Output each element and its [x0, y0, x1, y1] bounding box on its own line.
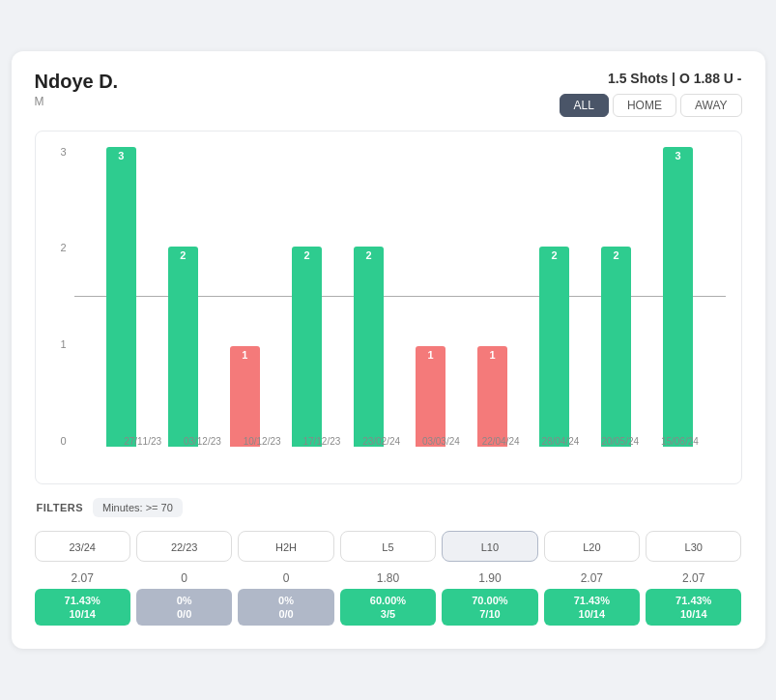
header-right: 1.5 Shots | O 1.88 U - ALL HOME AWAY — [560, 71, 742, 117]
stat-value-l10: 1.90 — [442, 571, 537, 585]
x-label-10/12/23: 10/12/23 — [244, 436, 281, 447]
tab-label-h2h: H2H — [275, 541, 297, 553]
bar-label-10/12/23: 1 — [242, 346, 247, 361]
filter-home-button[interactable]: HOME — [613, 94, 676, 117]
bar-label-27/11/23: 3 — [118, 147, 124, 161]
card-header: Ndoye D. M 1.5 Shots | O 1.88 U - ALL HO… — [35, 71, 742, 117]
stat-value-l20: 2.07 — [544, 571, 640, 585]
x-label-27/11/23: 27/11/23 — [124, 436, 161, 447]
tab-2223[interactable]: 22/23 — [136, 531, 232, 562]
bar-27/11/23: 3 — [106, 147, 135, 447]
filter-tag-minutes: Minutes: >= 70 — [93, 498, 183, 517]
tab-l5[interactable]: L5 — [340, 531, 436, 562]
stat-line: 1.5 Shots | O 1.88 U - — [608, 71, 742, 86]
bars-area: 3212211223 27/11/2303/12/2310/12/2317/12… — [74, 147, 726, 447]
x-label-23/02/24: 23/02/24 — [362, 436, 400, 447]
y-label-1: 1 — [60, 339, 66, 350]
stat-badge-2324: 71.43% 10/14 — [35, 589, 130, 627]
stat-cell-l5: 1.8060.00% 3/5 — [340, 571, 436, 627]
filters-label: FILTERS — [37, 502, 84, 513]
tab-label-l10: L10 — [481, 541, 499, 553]
x-labels: 27/11/2303/12/2310/12/2317/12/2323/02/24… — [98, 418, 726, 447]
tab-label-l20: L20 — [583, 541, 600, 553]
tab-label-l5: L5 — [382, 541, 393, 553]
tab-l30[interactable]: L30 — [646, 531, 741, 562]
period-tabs: 23/2422/23H2HL5L10L20L30 — [35, 531, 742, 562]
stat-badge-l30: 71.43% 10/14 — [646, 589, 741, 627]
x-label-03/03/24: 03/03/24 — [422, 436, 460, 447]
bar-20/05/24: 2 — [601, 247, 630, 447]
x-label-28/04/24: 28/04/24 — [541, 436, 579, 447]
player-name: Ndoye D. — [35, 71, 119, 93]
player-card: Ndoye D. M 1.5 Shots | O 1.88 U - ALL HO… — [12, 51, 765, 650]
filter-away-button[interactable]: AWAY — [680, 94, 742, 117]
bar-label-28/04/24: 2 — [552, 247, 558, 261]
bar-label-23/02/24: 2 — [365, 247, 371, 261]
chart-area: 3 2 1 0 3212211223 27/11/2303/12/2310/12… — [35, 131, 742, 484]
stat-cell-2324: 2.0771.43% 10/14 — [35, 571, 130, 627]
chart-container: 3 2 1 0 3212211223 27/11/2303/12/2310/12… — [51, 147, 726, 476]
x-label-22/04/24: 22/04/24 — [482, 436, 520, 447]
bar-17/12/23: 2 — [292, 247, 321, 447]
bar-23/02/24: 2 — [354, 247, 383, 447]
bar-label-03/12/23: 2 — [180, 247, 186, 261]
stat-cell-l10: 1.9070.00% 7/10 — [442, 571, 537, 627]
stat-value-2223: 0 — [136, 571, 232, 585]
x-label-03/12/23: 03/12/23 — [184, 436, 221, 447]
bar-label-22/04/24: 1 — [489, 346, 495, 361]
bar-label-17/12/23: 2 — [303, 247, 309, 261]
y-label-2: 2 — [60, 243, 66, 253]
stat-value-h2h: 0 — [238, 571, 333, 585]
bar-label-20/05/24: 2 — [614, 247, 619, 261]
y-axis: 3 2 1 0 — [51, 147, 71, 447]
stat-cell-l30: 2.0771.43% 10/14 — [646, 571, 741, 627]
bar-label-03/03/24: 1 — [427, 346, 433, 361]
stat-cell-2223: 00% 0/0 — [136, 571, 232, 627]
x-label-20/05/24: 20/05/24 — [601, 436, 639, 447]
tab-label-l30: L30 — [685, 541, 703, 553]
stat-badge-2223: 0% 0/0 — [136, 589, 232, 627]
y-label-0: 0 — [60, 436, 66, 447]
bar-03/12/23: 2 — [168, 247, 197, 447]
stat-row: 2.0771.43% 10/1400% 0/000% 0/01.8060.00%… — [35, 571, 742, 627]
bar-15/06/24: 3 — [663, 147, 692, 447]
filters-row: FILTERS Minutes: >= 70 — [35, 498, 742, 517]
x-label-17/12/23: 17/12/23 — [302, 436, 340, 447]
player-info: Ndoye D. M — [35, 71, 119, 108]
stat-badge-l20: 71.43% 10/14 — [544, 589, 640, 627]
bar-label-15/06/24: 3 — [675, 147, 681, 161]
tab-label-2324: 23/24 — [69, 541, 96, 553]
stat-value-l30: 2.07 — [646, 571, 741, 585]
player-position: M — [35, 95, 119, 108]
tab-label-2223: 22/23 — [171, 541, 198, 553]
y-label-3: 3 — [60, 147, 66, 158]
tab-l10[interactable]: L10 — [442, 531, 537, 562]
stat-cell-l20: 2.0771.43% 10/14 — [544, 571, 640, 627]
bars-inner: 3212211223 — [74, 147, 726, 447]
tab-h2h[interactable]: H2H — [238, 531, 333, 562]
filter-all-button[interactable]: ALL — [560, 94, 609, 117]
stat-value-2324: 2.07 — [35, 571, 130, 585]
bar-28/04/24: 2 — [539, 247, 568, 447]
stat-badge-l10: 70.00% 7/10 — [442, 589, 537, 627]
stat-badge-l5: 60.00% 3/5 — [340, 589, 436, 627]
tab-l20[interactable]: L20 — [544, 531, 640, 562]
location-filter-group: ALL HOME AWAY — [560, 94, 742, 117]
stat-cell-h2h: 00% 0/0 — [238, 571, 333, 627]
x-label-15/06/24: 15/06/24 — [661, 436, 699, 447]
tab-2324[interactable]: 23/24 — [35, 531, 130, 562]
stat-badge-h2h: 0% 0/0 — [238, 589, 333, 627]
period-section: 23/2422/23H2HL5L10L20L30 2.0771.43% 10/1… — [35, 531, 742, 627]
stat-value-l5: 1.80 — [340, 571, 436, 585]
